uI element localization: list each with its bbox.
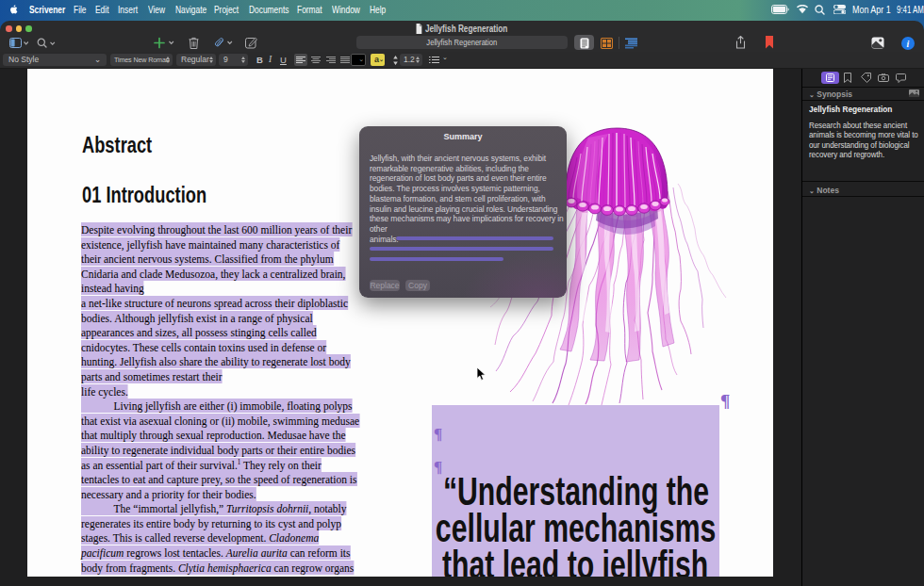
svg-text:i: i: [907, 38, 910, 48]
